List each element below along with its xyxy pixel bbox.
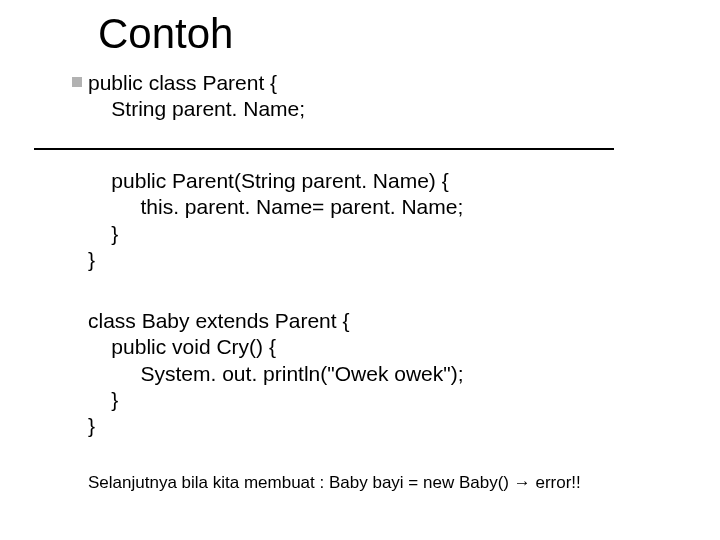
code-block-1: public class Parent { String parent. Nam…	[88, 70, 305, 123]
footnote-prefix: Selanjutnya bila kita membuat : Baby bay…	[88, 473, 514, 492]
footnote-suffix: error!!	[531, 473, 581, 492]
footnote: Selanjutnya bila kita membuat : Baby bay…	[88, 473, 581, 493]
horizontal-rule	[34, 148, 614, 150]
arrow-icon: →	[514, 473, 531, 492]
code-block-2: public Parent(String parent. Name) { thi…	[88, 168, 463, 273]
bullet-marker	[72, 77, 82, 87]
code-block-3: class Baby extends Parent { public void …	[88, 308, 464, 439]
slide: Contoh public class Parent { String pare…	[0, 0, 720, 540]
slide-title: Contoh	[98, 10, 233, 58]
